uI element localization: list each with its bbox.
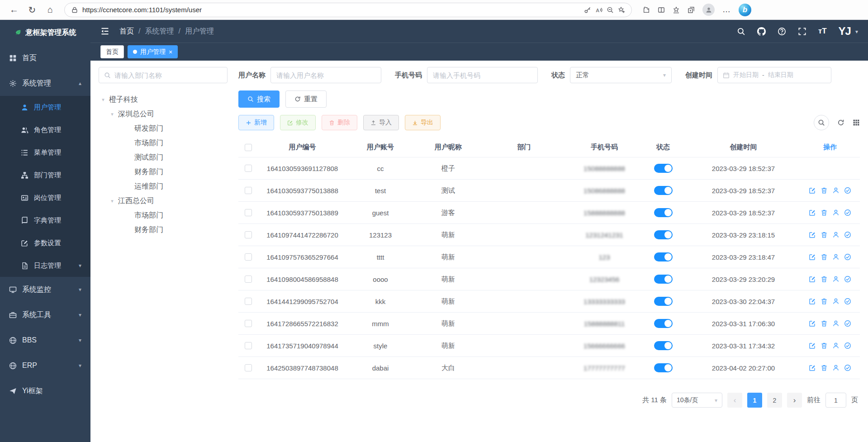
tree-node[interactable]: 财务部门 [99, 223, 228, 237]
row-checkbox[interactable] [245, 165, 252, 172]
select-all-checkbox[interactable] [245, 144, 252, 151]
address-bar[interactable]: https://ccnetcore.com:1101/system/user [64, 3, 632, 17]
status-toggle[interactable] [654, 186, 673, 195]
sidebar-item-system-tools[interactable]: 系统工具 [0, 302, 90, 328]
delete-button[interactable]: 删除 [322, 115, 357, 130]
edit-icon[interactable] [809, 231, 816, 238]
row-checkbox[interactable] [245, 253, 252, 261]
help-icon[interactable] [778, 27, 786, 36]
tree-expand-icon[interactable] [109, 111, 115, 117]
page-size-select[interactable]: 10条/页 [672, 393, 722, 408]
bing-icon[interactable]: b [739, 4, 751, 16]
delete-icon[interactable] [821, 298, 828, 305]
edit-button[interactable]: 修改 [280, 115, 316, 130]
sidebar-item-menu-management[interactable]: 菜单管理 [0, 141, 90, 164]
sidebar-item-log-management[interactable]: 日志管理 [0, 254, 90, 277]
show-search-icon[interactable] [814, 115, 829, 130]
reset-password-icon[interactable] [832, 364, 840, 371]
sidebar-item-system-management[interactable]: 系统管理 [0, 71, 90, 96]
status-toggle[interactable] [654, 164, 673, 173]
close-icon[interactable]: × [169, 49, 172, 55]
breadcrumb-home[interactable]: 首页 [119, 27, 134, 36]
edit-icon[interactable] [809, 187, 816, 194]
row-checkbox[interactable] [245, 364, 252, 371]
delete-icon[interactable] [821, 342, 828, 349]
row-checkbox[interactable] [245, 298, 252, 305]
sidebar-item-yi-framework[interactable]: Yi框架 [0, 378, 90, 404]
delete-icon[interactable] [821, 209, 828, 216]
row-checkbox[interactable] [245, 231, 252, 238]
sidebar-item-home[interactable]: 首页 [0, 45, 90, 71]
edit-icon[interactable] [809, 253, 816, 261]
assign-role-icon[interactable] [844, 231, 851, 238]
row-checkbox[interactable] [245, 342, 252, 349]
column-settings-icon[interactable] [853, 119, 860, 126]
assign-role-icon[interactable] [844, 276, 851, 283]
url-text[interactable]: https://ccnetcore.com:1101/system/user [82, 6, 580, 14]
status-toggle[interactable] [654, 208, 673, 217]
reset-password-icon[interactable] [832, 209, 840, 216]
row-checkbox[interactable] [245, 320, 252, 327]
import-button[interactable]: 导入 [363, 115, 399, 130]
assign-role-icon[interactable] [844, 298, 851, 305]
password-key-icon[interactable] [584, 6, 591, 14]
edit-icon[interactable] [809, 276, 816, 283]
read-aloud-icon[interactable] [595, 6, 602, 14]
edit-icon[interactable] [809, 320, 816, 327]
zoom-icon[interactable] [607, 6, 614, 14]
sidebar-item-bbs[interactable]: BBS [0, 328, 90, 353]
sidebar-item-erp[interactable]: ERP [0, 353, 90, 378]
status-toggle[interactable] [654, 341, 673, 350]
font-size-icon[interactable]: тТ [818, 27, 827, 36]
status-toggle[interactable] [654, 297, 673, 306]
dept-search-input[interactable] [114, 71, 222, 79]
assign-role-icon[interactable] [844, 187, 851, 194]
search-icon[interactable] [737, 27, 745, 36]
sidebar-item-role-management[interactable]: 角色管理 [0, 119, 90, 141]
search-button[interactable]: 搜索 [238, 90, 280, 108]
tab-home[interactable]: 首页 [100, 45, 124, 58]
yj-logo[interactable]: YJ [839, 25, 851, 38]
reset-button[interactable]: 重置 [285, 90, 327, 108]
app-logo[interactable]: 意框架管理系统 [0, 20, 90, 45]
tree-node[interactable]: 深圳总公司 [99, 107, 228, 121]
tree-expand-icon[interactable] [100, 97, 106, 103]
phone-input[interactable] [427, 67, 538, 83]
edit-icon[interactable] [809, 342, 816, 349]
tree-node[interactable]: 市场部门 [99, 208, 228, 223]
reset-password-icon[interactable] [832, 342, 840, 349]
edit-icon[interactable] [809, 209, 816, 216]
status-toggle[interactable] [654, 275, 673, 284]
reset-password-icon[interactable] [832, 298, 840, 305]
sidebar-item-param-settings[interactable]: 参数设置 [0, 232, 90, 254]
tree-expand-icon[interactable] [109, 198, 115, 204]
delete-icon[interactable] [821, 364, 828, 371]
extensions-icon[interactable] [643, 6, 650, 14]
assign-role-icon[interactable] [844, 320, 851, 327]
reset-password-icon[interactable] [832, 320, 840, 327]
tree-node[interactable]: 运维部门 [99, 179, 228, 194]
favorites-icon[interactable] [673, 6, 680, 14]
row-checkbox[interactable] [245, 276, 252, 283]
edit-icon[interactable] [809, 364, 816, 371]
reset-password-icon[interactable] [832, 253, 840, 261]
assign-role-icon[interactable] [844, 342, 851, 349]
browser-reload-icon[interactable] [24, 2, 40, 18]
reset-password-icon[interactable] [832, 276, 840, 283]
sidebar-collapse-icon[interactable] [100, 27, 109, 36]
profile-avatar[interactable] [702, 4, 715, 16]
assign-role-icon[interactable] [844, 253, 851, 261]
sidebar-item-post-management[interactable]: 岗位管理 [0, 186, 90, 209]
github-icon[interactable] [757, 27, 766, 36]
sidebar-item-system-monitor[interactable]: 系统监控 [0, 277, 90, 302]
delete-icon[interactable] [821, 320, 828, 327]
page-button-1[interactable]: 1 [747, 393, 762, 408]
tree-node[interactable]: 市场部门 [99, 136, 228, 150]
fullscreen-icon[interactable] [798, 27, 806, 36]
tree-node[interactable]: 研发部门 [99, 121, 228, 136]
date-range-picker[interactable]: 开始日期 - 结束日期 [717, 67, 831, 83]
page-button-2[interactable]: 2 [767, 393, 782, 408]
browser-home-icon[interactable] [43, 2, 58, 18]
delete-icon[interactable] [821, 276, 828, 283]
next-page-button[interactable] [787, 393, 802, 408]
